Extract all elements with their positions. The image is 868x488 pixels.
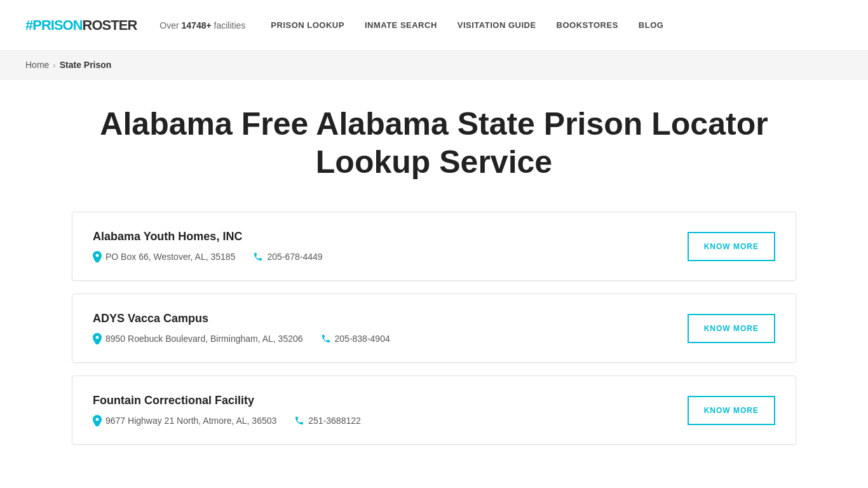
phone-text: 205-838-4904 [335, 334, 390, 344]
facility-phone: 205-838-4904 [321, 334, 390, 344]
nav-visitation-guide[interactable]: VISITATION GUIDE [458, 20, 536, 30]
facility-address: 8950 Roebuck Boulevard, Birmingham, AL, … [93, 333, 303, 344]
logo-roster: ROSTER [83, 17, 137, 34]
facility-phone: 251-3688122 [294, 416, 361, 426]
facility-name: Fountain Correctional Facility [93, 394, 688, 407]
breadcrumb-bar: Home › State Prison [0, 51, 868, 79]
phone-text: 251-3688122 [308, 416, 361, 426]
facility-info: ADYS Vacca Campus 8950 Roebuck Boulevard… [93, 312, 688, 344]
nav-blog[interactable]: BLOG [639, 20, 664, 30]
facility-name: Alabama Youth Homes, INC [93, 230, 688, 243]
facility-address: PO Box 66, Westover, AL, 35185 [93, 251, 235, 262]
address-text: 9677 Highway 21 North, Atmore, AL, 36503 [105, 416, 276, 426]
breadcrumb: Home › State Prison [25, 60, 843, 70]
main-nav: PRISON LOOKUP INMATE SEARCH VISITATION G… [271, 20, 843, 30]
facility-card: Alabama Youth Homes, INC PO Box 66, West… [72, 212, 796, 281]
breadcrumb-current: State Prison [60, 60, 112, 70]
pin-icon [93, 251, 102, 262]
facility-info: Alabama Youth Homes, INC PO Box 66, West… [93, 230, 688, 262]
facilities-count: 14748+ [182, 20, 212, 30]
facility-info: Fountain Correctional Facility 9677 High… [93, 394, 688, 426]
facilities-count-text: Over 14748+ facilities [159, 20, 245, 30]
breadcrumb-separator: › [53, 60, 55, 70]
phone-text: 205-678-4449 [267, 252, 322, 262]
page-title: Alabama Free Alabama State Prison Locato… [72, 105, 796, 181]
know-more-button[interactable]: KNOW MORE [688, 396, 775, 425]
address-text: PO Box 66, Westover, AL, 35185 [105, 252, 235, 262]
breadcrumb-home[interactable]: Home [25, 60, 49, 70]
facility-details: PO Box 66, Westover, AL, 35185 205-678-4… [93, 251, 688, 262]
phone-icon [321, 334, 331, 344]
phone-icon [294, 416, 304, 426]
know-more-button[interactable]: KNOW MORE [688, 314, 775, 343]
facility-name: ADYS Vacca Campus [93, 312, 688, 325]
main-content: Alabama Free Alabama State Prison Locato… [59, 79, 809, 483]
pin-icon [93, 333, 102, 344]
nav-prison-lookup[interactable]: PRISON LOOKUP [271, 20, 344, 30]
pin-icon [93, 415, 102, 426]
site-header: #PRISONROSTER Over 14748+ facilities PRI… [0, 0, 868, 51]
address-text: 8950 Roebuck Boulevard, Birmingham, AL, … [105, 334, 303, 344]
know-more-button[interactable]: KNOW MORE [688, 232, 775, 261]
facility-phone: 205-678-4449 [253, 252, 322, 262]
facility-address: 9677 Highway 21 North, Atmore, AL, 36503 [93, 415, 276, 426]
nav-bookstores[interactable]: BOOKSTORES [557, 20, 618, 30]
facility-card: Fountain Correctional Facility 9677 High… [72, 376, 796, 445]
phone-icon [253, 252, 263, 262]
facility-details: 9677 Highway 21 North, Atmore, AL, 36503… [93, 415, 688, 426]
logo-hash: # [25, 17, 32, 34]
logo-prison: PRISON [32, 17, 82, 34]
facility-card: ADYS Vacca Campus 8950 Roebuck Boulevard… [72, 294, 796, 363]
nav-inmate-search[interactable]: INMATE SEARCH [365, 20, 437, 30]
facility-details: 8950 Roebuck Boulevard, Birmingham, AL, … [93, 333, 688, 344]
site-logo[interactable]: #PRISONROSTER [25, 17, 137, 34]
